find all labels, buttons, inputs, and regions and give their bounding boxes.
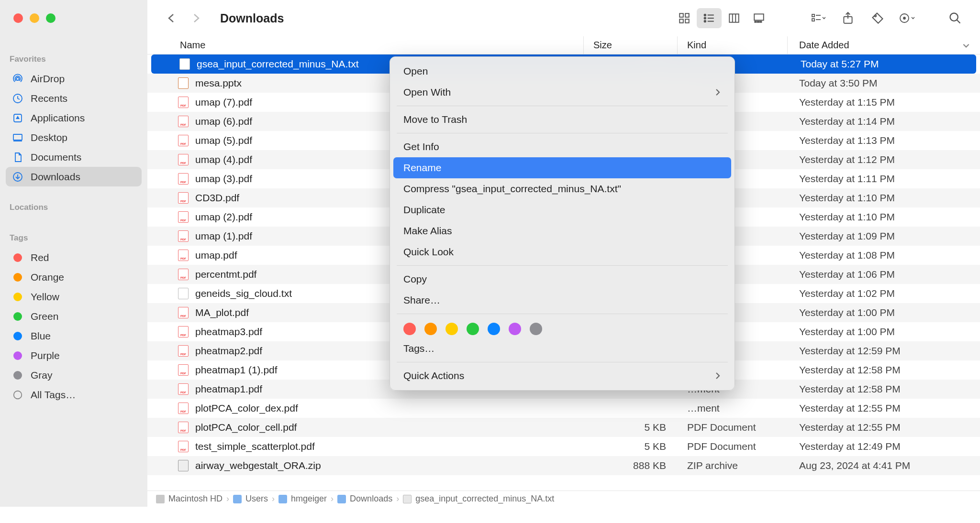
txt-file-icon bbox=[179, 58, 190, 70]
sidebar-item-orange[interactable]: Orange bbox=[6, 267, 142, 287]
sidebar-item-yellow[interactable]: Yellow bbox=[6, 287, 142, 306]
tag-color-dot[interactable] bbox=[488, 323, 500, 335]
disclosure-triangle-icon[interactable] bbox=[165, 443, 171, 450]
file-kind-cell: …ment bbox=[678, 403, 788, 414]
file-name-label: umap.pdf bbox=[195, 250, 237, 261]
disclosure-triangle-icon[interactable] bbox=[165, 462, 171, 469]
sidebar-item-downloads[interactable]: Downloads bbox=[6, 167, 142, 186]
file-row[interactable]: plotPCA_color_cell.pdf5 KBPDF DocumentYe… bbox=[147, 418, 980, 437]
sidebar-item-blue[interactable]: Blue bbox=[6, 326, 142, 346]
file-row[interactable]: airway_webgestalt_ORA.zip888 KBZIP archi… bbox=[147, 456, 980, 475]
file-row[interactable]: plotPCA_color_dex.pdf…mentYesterday at 1… bbox=[147, 399, 980, 418]
disclosure-triangle-icon[interactable] bbox=[165, 290, 171, 297]
tags-button[interactable] bbox=[867, 8, 888, 28]
svg-rect-21 bbox=[755, 22, 756, 22]
context-menu-item-quick-actions[interactable]: Quick Actions bbox=[390, 365, 735, 386]
share-button[interactable] bbox=[837, 8, 858, 28]
disclosure-triangle-icon[interactable] bbox=[165, 195, 171, 201]
disclosure-triangle-icon[interactable] bbox=[165, 271, 171, 278]
disclosure-triangle-icon[interactable] bbox=[165, 386, 171, 392]
disclosure-triangle-icon[interactable] bbox=[165, 424, 171, 431]
svg-point-11 bbox=[704, 14, 706, 16]
path-item[interactable]: hmgeiger bbox=[278, 494, 327, 504]
disclosure-triangle-icon[interactable] bbox=[165, 99, 171, 106]
tag-color-dot[interactable] bbox=[467, 323, 479, 335]
disclosure-triangle-icon[interactable] bbox=[165, 348, 171, 354]
sidebar-item-all-tags-[interactable]: All Tags… bbox=[6, 385, 142, 404]
chevron-right-icon bbox=[714, 88, 721, 97]
disclosure-triangle-icon[interactable] bbox=[165, 80, 171, 87]
zoom-window-button[interactable] bbox=[46, 13, 56, 23]
context-menu-item-move-to-trash[interactable]: Move to Trash bbox=[390, 109, 735, 130]
list-view-button[interactable] bbox=[697, 8, 722, 28]
sidebar-item-red[interactable]: Red bbox=[6, 248, 142, 267]
sidebar-item-airdrop[interactable]: AirDrop bbox=[6, 69, 142, 88]
close-window-button[interactable] bbox=[13, 13, 23, 23]
context-menu-item-get-info[interactable]: Get Info bbox=[390, 136, 735, 157]
disclosure-triangle-icon[interactable] bbox=[165, 367, 171, 373]
path-item[interactable]: Downloads bbox=[337, 494, 392, 504]
context-menu-item-share[interactable]: Share… bbox=[390, 290, 735, 311]
context-menu-item-tags[interactable]: Tags… bbox=[390, 338, 735, 359]
column-header-name[interactable]: Name bbox=[147, 36, 584, 54]
back-button[interactable] bbox=[166, 12, 177, 24]
forward-button[interactable] bbox=[190, 12, 202, 24]
context-menu-item-label: Open With bbox=[403, 87, 451, 98]
disclosure-triangle-icon[interactable] bbox=[165, 118, 171, 125]
disclosure-triangle-icon[interactable] bbox=[165, 175, 171, 182]
tag-color-dot[interactable] bbox=[403, 323, 416, 335]
action-button[interactable] bbox=[897, 8, 918, 28]
search-button[interactable] bbox=[945, 8, 966, 28]
context-menu-item-copy[interactable]: Copy bbox=[390, 269, 735, 290]
disclosure-triangle-icon[interactable] bbox=[165, 405, 171, 412]
file-name-label: umap (7).pdf bbox=[195, 97, 252, 108]
disclosure-triangle-icon[interactable] bbox=[165, 137, 171, 144]
context-menu-item-open-with[interactable]: Open With bbox=[390, 82, 735, 103]
disclosure-triangle-icon[interactable] bbox=[166, 61, 173, 67]
disclosure-triangle-icon[interactable] bbox=[165, 309, 171, 316]
sidebar-item-recents[interactable]: Recents bbox=[6, 88, 142, 108]
icon-view-button[interactable] bbox=[672, 8, 697, 28]
file-row[interactable]: test_simple_scatterplot.pdf5 KBPDF Docum… bbox=[147, 437, 980, 456]
gallery-view-button[interactable] bbox=[746, 8, 771, 28]
disclosure-triangle-icon[interactable] bbox=[165, 214, 171, 220]
downloads-icon bbox=[11, 171, 24, 183]
column-header-size[interactable]: Size bbox=[584, 36, 678, 54]
column-view-button[interactable] bbox=[722, 8, 746, 28]
context-menu-item-open[interactable]: Open bbox=[390, 61, 735, 82]
sidebar-item-green[interactable]: Green bbox=[6, 306, 142, 326]
main-area: Downloads Name Size Kind bbox=[147, 0, 980, 507]
apps-icon bbox=[11, 112, 24, 124]
sidebar-item-applications[interactable]: Applications bbox=[6, 108, 142, 128]
disclosure-triangle-icon[interactable] bbox=[165, 328, 171, 335]
tag-color-dot[interactable] bbox=[530, 323, 542, 335]
column-header-kind[interactable]: Kind bbox=[678, 36, 788, 54]
sidebar-item-purple[interactable]: Purple bbox=[6, 346, 142, 365]
group-button[interactable] bbox=[808, 8, 829, 28]
context-menu-separator bbox=[397, 106, 728, 106]
sidebar-item-desktop[interactable]: Desktop bbox=[6, 128, 142, 147]
column-header-date[interactable]: Date Added bbox=[788, 36, 980, 54]
path-item[interactable]: Macintosh HD bbox=[156, 494, 223, 504]
path-item[interactable]: Users bbox=[233, 494, 268, 504]
sidebar-item-documents[interactable]: Documents bbox=[6, 147, 142, 167]
file-name-label: umap (3).pdf bbox=[195, 173, 252, 185]
file-date-cell: Yesterday at 1:10 PM bbox=[788, 211, 980, 223]
sidebar-section-header: Favorites bbox=[6, 36, 142, 69]
tag-color-dot[interactable] bbox=[424, 323, 437, 335]
tag-color-dot[interactable] bbox=[445, 323, 458, 335]
context-menu-item-duplicate[interactable]: Duplicate bbox=[390, 199, 735, 220]
file-date-cell: Yesterday at 1:14 PM bbox=[788, 116, 980, 127]
tag-color-dot[interactable] bbox=[509, 323, 521, 335]
disclosure-triangle-icon[interactable] bbox=[165, 252, 171, 259]
file-name-label: percentmt.pdf bbox=[195, 269, 256, 280]
minimize-window-button[interactable] bbox=[30, 13, 39, 23]
context-menu-item-compress-gsea-input-corrected-minus-na-txt[interactable]: Compress "gsea_input_corrected_minus_NA.… bbox=[390, 178, 735, 199]
sidebar-item-gray[interactable]: Gray bbox=[6, 365, 142, 385]
context-menu-item-quick-look[interactable]: Quick Look bbox=[390, 241, 735, 262]
context-menu-item-rename[interactable]: Rename bbox=[393, 157, 731, 178]
disclosure-triangle-icon[interactable] bbox=[165, 233, 171, 240]
disclosure-triangle-icon[interactable] bbox=[165, 156, 171, 163]
path-item[interactable]: gsea_input_corrected_minus_NA.txt bbox=[403, 494, 554, 504]
context-menu-item-make-alias[interactable]: Make Alias bbox=[390, 220, 735, 241]
